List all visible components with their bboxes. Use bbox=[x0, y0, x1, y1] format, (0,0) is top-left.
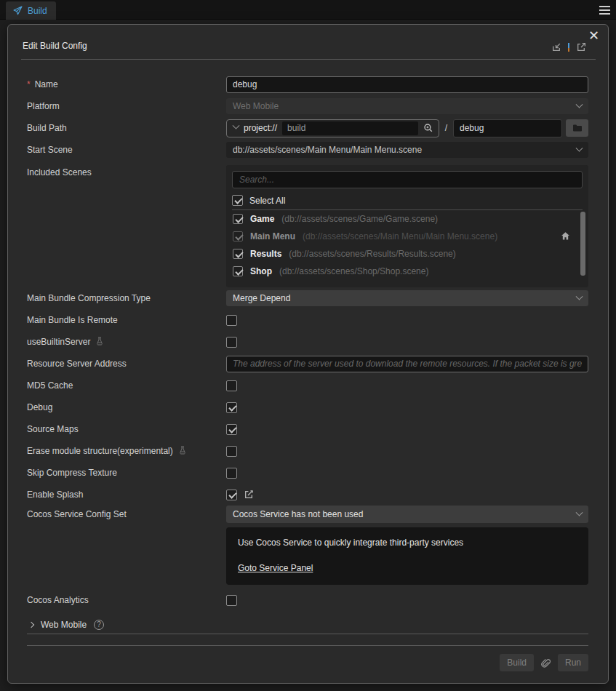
resource-server-label: Resource Server Address bbox=[27, 359, 127, 369]
erase-module-label: Erase module structure(experimental) bbox=[27, 446, 173, 456]
included-scenes-panel: Select All Game (db://assets/scenes/Game… bbox=[226, 165, 588, 287]
row-compression: Main Bundle Compression Type Merge Depen… bbox=[27, 287, 588, 309]
chevron-down-icon bbox=[576, 292, 583, 300]
row-skip-compress: Skip Compress Texture bbox=[27, 462, 588, 484]
run-button[interactable]: Run bbox=[558, 654, 588, 671]
edit-splash-icon[interactable] bbox=[244, 490, 254, 500]
experimental-flask-icon bbox=[95, 337, 104, 348]
export-config-icon[interactable] bbox=[576, 42, 586, 52]
start-scene-value: db://assets/scenes/Main Menu/Main Menu.s… bbox=[233, 145, 422, 155]
source-maps-checkbox[interactable] bbox=[226, 424, 237, 435]
help-icon[interactable]: ? bbox=[94, 620, 104, 630]
name-input[interactable] bbox=[226, 76, 588, 93]
platform-section-label: Web Mobile bbox=[41, 620, 87, 630]
menu-hamburger-icon[interactable] bbox=[599, 6, 610, 15]
md5-cache-checkbox[interactable] bbox=[226, 380, 237, 391]
resource-server-input[interactable] bbox=[226, 356, 588, 372]
required-marker: * bbox=[27, 79, 31, 89]
row-name: * Name bbox=[27, 73, 588, 95]
start-scene-select[interactable]: db://assets/scenes/Main Menu/Main Menu.s… bbox=[226, 142, 588, 158]
chevron-down-icon bbox=[576, 100, 583, 108]
paper-plane-icon bbox=[13, 6, 23, 15]
scene-checkbox[interactable] bbox=[233, 214, 243, 224]
compression-label: Main Bundle Compression Type bbox=[27, 293, 151, 303]
header-separator bbox=[568, 43, 569, 52]
main-bundle-remote-label: Main Bundle Is Remote bbox=[27, 315, 118, 325]
scene-list-item[interactable]: Game (db://assets/scenes/Game/Game.scene… bbox=[232, 210, 583, 228]
home-icon bbox=[561, 231, 570, 243]
skip-compress-checkbox[interactable] bbox=[226, 468, 237, 479]
enable-splash-label: Enable Splash bbox=[27, 490, 83, 500]
edit-build-config-dialog: Edit Build Config ✕ * Name bbox=[7, 24, 609, 684]
select-all-row[interactable]: Select All bbox=[232, 191, 583, 210]
platform-label: Platform bbox=[27, 101, 60, 111]
build-button[interactable]: Build bbox=[500, 654, 534, 671]
select-all-checkbox[interactable] bbox=[232, 195, 243, 206]
compression-select[interactable]: Merge Depend bbox=[226, 290, 588, 306]
row-erase-module: Erase module structure(experimental) bbox=[27, 440, 588, 462]
debug-label: Debug bbox=[27, 402, 52, 412]
row-debug: Debug bbox=[27, 396, 588, 418]
link-build-run-icon[interactable] bbox=[540, 658, 551, 668]
build-subdir-input[interactable] bbox=[453, 119, 562, 137]
use-builtin-server-checkbox[interactable] bbox=[226, 337, 237, 348]
debug-checkbox[interactable] bbox=[226, 402, 237, 413]
import-config-icon[interactable] bbox=[551, 42, 561, 52]
row-enable-splash: Enable Splash bbox=[27, 484, 588, 506]
name-label: Name bbox=[35, 79, 58, 89]
browse-folder-button[interactable] bbox=[566, 119, 588, 137]
scene-name: Results bbox=[250, 249, 281, 259]
build-path-protocol-group[interactable]: project:// bbox=[226, 119, 439, 137]
service-config-value: Cocos Service has not been used bbox=[233, 509, 363, 519]
chevron-right-icon bbox=[28, 621, 34, 627]
scene-list-item[interactable]: Results (db://assets/scenes/Results/Resu… bbox=[232, 245, 583, 263]
search-icon[interactable] bbox=[423, 123, 433, 133]
skip-compress-label: Skip Compress Texture bbox=[27, 468, 117, 478]
build-dir-input[interactable] bbox=[282, 121, 418, 135]
row-main-bundle-remote: Main Bundle Is Remote bbox=[27, 309, 588, 331]
scene-list-item[interactable]: Main Menu (db://assets/scenes/Main Menu/… bbox=[232, 228, 583, 245]
scene-checkbox[interactable] bbox=[233, 249, 243, 259]
main-bundle-remote-checkbox[interactable] bbox=[226, 315, 237, 326]
row-platform: Platform Web Mobile bbox=[27, 95, 588, 117]
tab-build[interactable]: Build bbox=[6, 1, 56, 20]
cocos-analytics-checkbox[interactable] bbox=[226, 595, 237, 606]
row-md5-cache: MD5 Cache bbox=[27, 375, 588, 396]
build-path-label: Build Path bbox=[27, 123, 67, 133]
source-maps-label: Source Maps bbox=[27, 424, 79, 434]
enable-splash-checkbox[interactable] bbox=[226, 490, 237, 500]
start-scene-label: Start Scene bbox=[27, 145, 73, 155]
scene-list-scrollbar[interactable] bbox=[580, 212, 585, 276]
dialog-footer: Build Run bbox=[27, 645, 588, 671]
protocol-label: project:// bbox=[244, 123, 277, 133]
scene-path: (db://assets/scenes/Results/Results.scen… bbox=[289, 249, 455, 259]
scene-name: Main Menu bbox=[250, 231, 295, 241]
platform-value: Web Mobile bbox=[233, 101, 279, 111]
close-icon[interactable]: ✕ bbox=[588, 28, 599, 44]
service-config-label: Cocos Service Config Set bbox=[27, 509, 127, 519]
select-all-label: Select All bbox=[249, 196, 285, 206]
erase-module-checkbox[interactable] bbox=[226, 446, 237, 457]
service-info-panel: Use Cocos Service to quickly integrate t… bbox=[226, 527, 588, 585]
chevron-down-icon bbox=[233, 121, 240, 129]
row-included-scenes: Included Scenes Select All Game (db://as… bbox=[27, 161, 588, 287]
row-resource-server: Resource Server Address bbox=[27, 353, 588, 375]
row-service-config: Cocos Service Config Set Cocos Service h… bbox=[27, 506, 588, 585]
goto-service-panel-link[interactable]: Goto Service Panel bbox=[238, 563, 313, 573]
row-build-path: Build Path project:// / bbox=[27, 117, 588, 139]
service-config-select[interactable]: Cocos Service has not been used bbox=[226, 506, 588, 523]
tab-build-label: Build bbox=[28, 6, 47, 16]
row-source-maps: Source Maps bbox=[27, 418, 588, 440]
scene-path: (db://assets/scenes/Game/Game.scene) bbox=[281, 214, 438, 224]
chevron-down-icon bbox=[576, 508, 583, 516]
build-config-form: * Name Platform Web Mobile Build Path bbox=[27, 60, 588, 634]
platform-section-header[interactable]: Web Mobile ? bbox=[27, 615, 588, 634]
scene-checkbox[interactable] bbox=[233, 266, 243, 276]
scene-list-item[interactable]: Shop (db://assets/scenes/Shop/Shop.scene… bbox=[232, 263, 583, 280]
experimental-flask-icon bbox=[178, 446, 187, 457]
scene-name: Game bbox=[250, 214, 274, 224]
included-scenes-label: Included Scenes bbox=[27, 167, 92, 177]
platform-select[interactable]: Web Mobile bbox=[226, 98, 588, 114]
path-separator: / bbox=[445, 123, 447, 133]
scene-search-input[interactable] bbox=[232, 171, 583, 188]
